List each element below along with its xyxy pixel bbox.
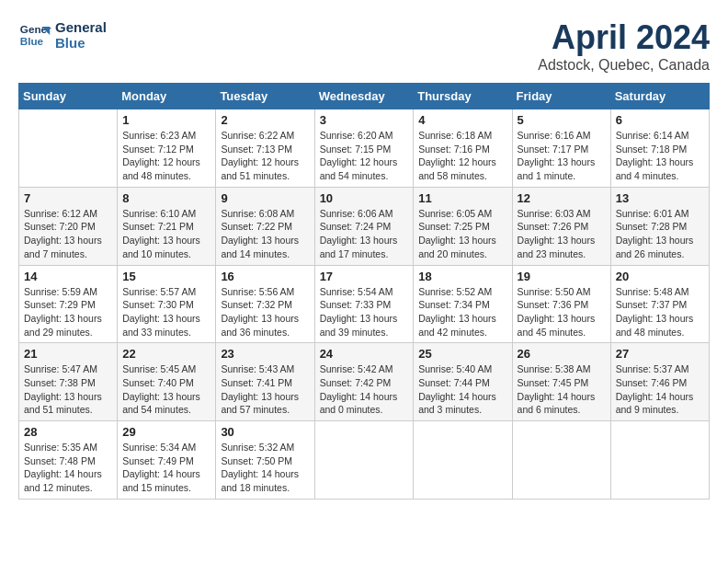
- day-number: 12: [518, 191, 606, 205]
- logo-icon: General Blue: [18, 18, 51, 52]
- calendar-cell: [314, 421, 414, 500]
- calendar-cell: 29Sunrise: 5:34 AM Sunset: 7:49 PM Dayli…: [118, 421, 216, 500]
- day-number: 19: [518, 270, 606, 283]
- day-info: Sunrise: 5:45 AM Sunset: 7:40 PM Dayligh…: [122, 362, 210, 417]
- title-area: April 2024 Adstock, Quebec, Canada: [538, 18, 710, 74]
- day-info: Sunrise: 5:40 AM Sunset: 7:44 PM Dayligh…: [418, 362, 506, 417]
- day-info: Sunrise: 6:18 AM Sunset: 7:16 PM Dayligh…: [418, 129, 506, 183]
- day-number: 20: [616, 270, 704, 283]
- day-info: Sunrise: 5:38 AM Sunset: 7:45 PM Dayligh…: [518, 362, 606, 417]
- day-number: 30: [221, 425, 309, 439]
- calendar-body: 1Sunrise: 6:23 AM Sunset: 7:12 PM Daylig…: [19, 109, 710, 500]
- day-info: Sunrise: 6:01 AM Sunset: 7:28 PM Dayligh…: [616, 207, 704, 261]
- day-info: Sunrise: 5:57 AM Sunset: 7:30 PM Dayligh…: [122, 285, 210, 339]
- day-number: 7: [24, 191, 112, 205]
- calendar-cell: 6Sunrise: 6:14 AM Sunset: 7:18 PM Daylig…: [610, 109, 709, 188]
- weekday-header-cell: Sunday: [19, 84, 118, 109]
- weekday-header-row: SundayMondayTuesdayWednesdayThursdayFrid…: [19, 84, 710, 109]
- day-info: Sunrise: 6:08 AM Sunset: 7:22 PM Dayligh…: [221, 207, 309, 261]
- calendar-cell: 5Sunrise: 6:16 AM Sunset: 7:17 PM Daylig…: [512, 109, 610, 188]
- calendar-cell: 23Sunrise: 5:43 AM Sunset: 7:41 PM Dayli…: [216, 343, 314, 421]
- day-number: 26: [518, 347, 606, 361]
- day-info: Sunrise: 5:59 AM Sunset: 7:29 PM Dayligh…: [24, 285, 112, 339]
- calendar-cell: 4Sunrise: 6:18 AM Sunset: 7:16 PM Daylig…: [414, 109, 512, 188]
- weekday-header-cell: Monday: [118, 84, 216, 109]
- calendar-cell: 24Sunrise: 5:42 AM Sunset: 7:42 PM Dayli…: [314, 343, 414, 421]
- day-info: Sunrise: 5:52 AM Sunset: 7:34 PM Dayligh…: [418, 285, 506, 339]
- calendar-cell: 20Sunrise: 5:48 AM Sunset: 7:37 PM Dayli…: [610, 265, 709, 343]
- logo-general: General: [55, 19, 107, 35]
- calendar-cell: [610, 421, 709, 500]
- calendar-cell: 13Sunrise: 6:01 AM Sunset: 7:28 PM Dayli…: [610, 187, 709, 265]
- day-number: 25: [418, 347, 506, 361]
- calendar-cell: 28Sunrise: 5:35 AM Sunset: 7:48 PM Dayli…: [19, 421, 118, 500]
- day-info: Sunrise: 5:56 AM Sunset: 7:32 PM Dayligh…: [221, 285, 309, 339]
- day-number: 6: [616, 113, 704, 127]
- day-number: 23: [221, 347, 309, 361]
- calendar-table: SundayMondayTuesdayWednesdayThursdayFrid…: [18, 83, 710, 500]
- day-number: 22: [122, 347, 210, 361]
- calendar-week-row: 21Sunrise: 5:47 AM Sunset: 7:38 PM Dayli…: [19, 343, 710, 421]
- calendar-cell: 1Sunrise: 6:23 AM Sunset: 7:12 PM Daylig…: [118, 109, 216, 188]
- day-number: 15: [122, 270, 210, 283]
- day-number: 2: [221, 113, 309, 127]
- day-number: 18: [418, 270, 506, 283]
- day-info: Sunrise: 6:03 AM Sunset: 7:26 PM Dayligh…: [518, 207, 606, 261]
- day-info: Sunrise: 5:48 AM Sunset: 7:37 PM Dayligh…: [616, 285, 704, 339]
- day-number: 17: [320, 270, 409, 283]
- day-info: Sunrise: 6:20 AM Sunset: 7:15 PM Dayligh…: [320, 129, 409, 183]
- day-info: Sunrise: 5:37 AM Sunset: 7:46 PM Dayligh…: [616, 362, 704, 417]
- day-info: Sunrise: 5:32 AM Sunset: 7:50 PM Dayligh…: [221, 441, 309, 495]
- day-number: 21: [24, 347, 112, 361]
- day-number: 27: [616, 347, 704, 361]
- calendar-cell: 9Sunrise: 6:08 AM Sunset: 7:22 PM Daylig…: [216, 187, 314, 265]
- day-info: Sunrise: 5:54 AM Sunset: 7:33 PM Dayligh…: [320, 285, 409, 339]
- day-number: 24: [320, 347, 409, 361]
- calendar-subtitle: Adstock, Quebec, Canada: [538, 57, 710, 74]
- calendar-cell: 7Sunrise: 6:12 AM Sunset: 7:20 PM Daylig…: [19, 187, 118, 265]
- calendar-cell: 15Sunrise: 5:57 AM Sunset: 7:30 PM Dayli…: [118, 265, 216, 343]
- calendar-cell: [414, 421, 512, 500]
- calendar-week-row: 7Sunrise: 6:12 AM Sunset: 7:20 PM Daylig…: [19, 187, 710, 265]
- day-number: 9: [221, 191, 309, 205]
- day-number: 14: [24, 270, 112, 283]
- day-info: Sunrise: 5:42 AM Sunset: 7:42 PM Dayligh…: [320, 362, 409, 417]
- day-number: 5: [518, 113, 606, 127]
- day-info: Sunrise: 5:50 AM Sunset: 7:36 PM Dayligh…: [518, 285, 606, 339]
- day-number: 3: [320, 113, 409, 127]
- day-info: Sunrise: 6:12 AM Sunset: 7:20 PM Dayligh…: [24, 207, 112, 261]
- day-number: 16: [221, 270, 309, 283]
- calendar-cell: 30Sunrise: 5:32 AM Sunset: 7:50 PM Dayli…: [216, 421, 314, 500]
- calendar-cell: 18Sunrise: 5:52 AM Sunset: 7:34 PM Dayli…: [414, 265, 512, 343]
- logo: General Blue General Blue: [18, 18, 107, 52]
- logo-blue: Blue: [55, 35, 107, 51]
- calendar-cell: 2Sunrise: 6:22 AM Sunset: 7:13 PM Daylig…: [216, 109, 314, 188]
- calendar-cell: 25Sunrise: 5:40 AM Sunset: 7:44 PM Dayli…: [414, 343, 512, 421]
- calendar-cell: 3Sunrise: 6:20 AM Sunset: 7:15 PM Daylig…: [314, 109, 414, 188]
- day-number: 8: [122, 191, 210, 205]
- day-info: Sunrise: 6:23 AM Sunset: 7:12 PM Dayligh…: [122, 129, 210, 183]
- weekday-header-cell: Wednesday: [314, 84, 414, 109]
- calendar-cell: [19, 109, 118, 188]
- calendar-cell: 27Sunrise: 5:37 AM Sunset: 7:46 PM Dayli…: [610, 343, 709, 421]
- day-info: Sunrise: 5:35 AM Sunset: 7:48 PM Dayligh…: [24, 441, 112, 495]
- calendar-cell: 16Sunrise: 5:56 AM Sunset: 7:32 PM Dayli…: [216, 265, 314, 343]
- day-info: Sunrise: 5:47 AM Sunset: 7:38 PM Dayligh…: [24, 362, 112, 417]
- day-number: 29: [122, 425, 210, 439]
- day-number: 10: [320, 191, 409, 205]
- day-number: 13: [616, 191, 704, 205]
- calendar-cell: 11Sunrise: 6:05 AM Sunset: 7:25 PM Dayli…: [414, 187, 512, 265]
- weekday-header-cell: Tuesday: [216, 84, 314, 109]
- calendar-cell: 8Sunrise: 6:10 AM Sunset: 7:21 PM Daylig…: [118, 187, 216, 265]
- calendar-week-row: 1Sunrise: 6:23 AM Sunset: 7:12 PM Daylig…: [19, 109, 710, 188]
- day-number: 11: [418, 191, 506, 205]
- calendar-title: April 2024: [538, 18, 710, 57]
- weekday-header-cell: Thursday: [414, 84, 512, 109]
- weekday-header-cell: Friday: [512, 84, 610, 109]
- day-info: Sunrise: 5:43 AM Sunset: 7:41 PM Dayligh…: [221, 362, 309, 417]
- day-number: 4: [418, 113, 506, 127]
- day-info: Sunrise: 6:05 AM Sunset: 7:25 PM Dayligh…: [418, 207, 506, 261]
- day-number: 1: [122, 113, 210, 127]
- calendar-cell: 14Sunrise: 5:59 AM Sunset: 7:29 PM Dayli…: [19, 265, 118, 343]
- calendar-cell: 26Sunrise: 5:38 AM Sunset: 7:45 PM Dayli…: [512, 343, 610, 421]
